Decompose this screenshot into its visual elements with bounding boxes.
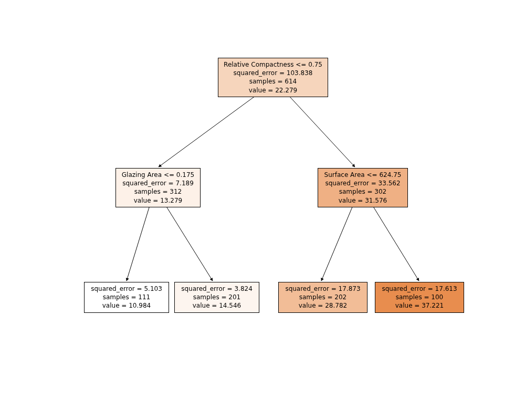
- node-samples: samples = 201: [179, 293, 255, 301]
- node-error: squared_error = 7.189: [120, 179, 196, 187]
- node-samples: samples = 302: [322, 187, 403, 196]
- edge-left-ll: [127, 206, 150, 281]
- node-error: squared_error = 103.838: [223, 69, 323, 77]
- node-condition: Relative Compactness <= 0.75: [223, 60, 323, 69]
- node-condition: Surface Area <= 624.75: [322, 171, 403, 179]
- node-value: value = 37.221: [380, 301, 459, 310]
- tree-node-root: Relative Compactness <= 0.75 squared_err…: [218, 58, 328, 97]
- edge-left-lr: [166, 206, 213, 281]
- tree-leaf-rl: squared_error = 17.873 samples = 202 val…: [278, 282, 368, 313]
- tree-canvas: Relative Compactness <= 0.75 squared_err…: [0, 0, 525, 420]
- tree-leaf-lr: squared_error = 3.824 samples = 201 valu…: [174, 282, 259, 313]
- node-error: squared_error = 17.873: [283, 285, 363, 293]
- node-value: value = 22.279: [223, 86, 323, 94]
- node-samples: samples = 111: [89, 293, 164, 301]
- node-condition: Glazing Area <= 0.175: [120, 171, 196, 179]
- tree-leaf-ll: squared_error = 5.103 samples = 111 valu…: [84, 282, 169, 313]
- edge-right-rl: [321, 206, 353, 281]
- node-samples: samples = 312: [120, 187, 196, 196]
- node-value: value = 13.279: [120, 196, 196, 205]
- node-error: squared_error = 33.562: [322, 179, 403, 187]
- node-samples: samples = 202: [283, 293, 363, 301]
- node-samples: samples = 614: [223, 77, 323, 86]
- node-samples: samples = 100: [380, 293, 459, 301]
- node-error: squared_error = 3.824: [179, 285, 255, 293]
- edge-root-left: [159, 94, 257, 167]
- node-error: squared_error = 17.613: [380, 285, 459, 293]
- tree-leaf-rr: squared_error = 17.613 samples = 100 val…: [375, 282, 464, 313]
- node-value: value = 10.984: [89, 301, 164, 310]
- edge-right-rr: [373, 206, 419, 281]
- node-value: value = 14.546: [179, 301, 255, 310]
- tree-node-left: Glazing Area <= 0.175 squared_error = 7.…: [116, 168, 201, 207]
- node-value: value = 28.782: [283, 301, 363, 310]
- node-error: squared_error = 5.103: [89, 285, 164, 293]
- tree-node-right: Surface Area <= 624.75 squared_error = 3…: [318, 168, 408, 207]
- node-value: value = 31.576: [322, 196, 403, 205]
- edge-root-right: [288, 94, 355, 167]
